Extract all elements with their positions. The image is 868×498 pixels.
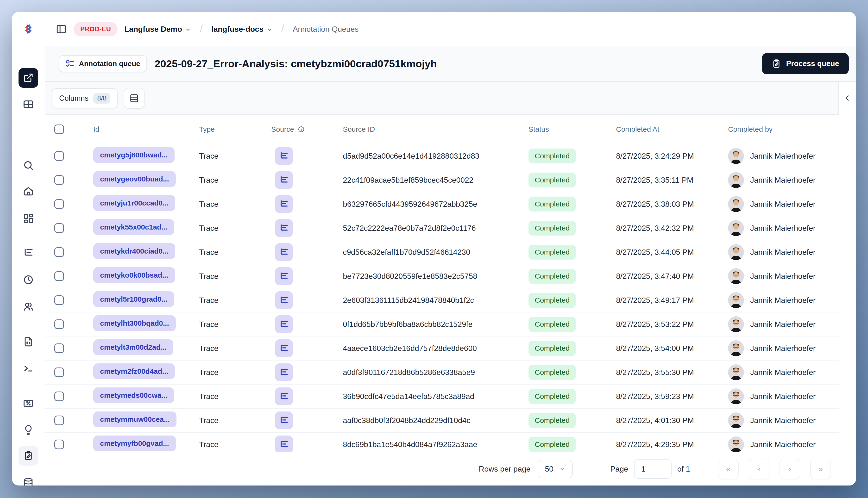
row-checkbox[interactable] (54, 199, 64, 209)
row-height-button[interactable] (124, 88, 144, 109)
row-checkbox[interactable] (54, 223, 64, 233)
item-id-link[interactable]: cmetyg5j800bwad... (93, 147, 174, 163)
item-id-link[interactable]: cmetymyfb00gvad... (93, 435, 176, 451)
source-trace-button[interactable] (275, 267, 293, 285)
table-row[interactable]: cmetym2fz00d4ad... Trace a0df3f901167218… (45, 361, 839, 384)
project-switcher[interactable]: langfuse-docs (211, 25, 273, 34)
table-row[interactable]: cmetyko0k00bsad... Trace be7723e30d80205… (45, 264, 839, 288)
source-trace-button[interactable] (275, 171, 293, 189)
sidebar-item-users[interactable] (23, 301, 34, 312)
table-row[interactable]: cmetykdr400ciad0... Trace c9d56ca32efaff… (45, 240, 839, 264)
source-trace-button[interactable] (275, 411, 293, 429)
collapse-panel-button[interactable] (843, 94, 852, 102)
row-checkbox[interactable] (54, 247, 64, 257)
source-trace-button[interactable] (275, 339, 293, 357)
source-trace-button[interactable] (275, 291, 293, 309)
info-icon[interactable] (297, 126, 305, 133)
right-rail (838, 82, 856, 485)
table-icon (23, 99, 34, 110)
last-page-button[interactable]: » (810, 459, 831, 479)
row-checkbox[interactable] (54, 319, 64, 329)
completed-by-name: Jannik Maierhoefer (750, 296, 816, 305)
row-checkbox[interactable] (54, 296, 64, 305)
sidebar-item-dashboards[interactable] (23, 213, 34, 224)
sidebar-item-sessions[interactable] (23, 274, 34, 285)
row-checkbox[interactable] (54, 440, 64, 449)
source-trace-button[interactable] (275, 435, 293, 453)
source-trace-button[interactable] (275, 363, 293, 381)
item-id-link[interactable]: cmetygeov00buad... (93, 171, 176, 187)
source-trace-button[interactable] (275, 219, 293, 237)
row-checkbox[interactable] (54, 343, 64, 353)
logo-cell (12, 12, 45, 46)
row-checkbox[interactable] (54, 416, 64, 425)
table-row[interactable]: cmetygeov00buad... Trace 22c41f09acae5b1… (45, 168, 839, 192)
breadcrumb-section[interactable]: Annotation Queues (293, 25, 359, 34)
row-checkbox[interactable] (54, 367, 64, 377)
item-id-link[interactable]: cmetymeds00cwa... (93, 388, 174, 403)
source-trace-button[interactable] (275, 195, 293, 213)
open-in-new-button[interactable] (18, 68, 38, 88)
sidebar-item-annotation-queues[interactable] (18, 446, 38, 466)
columns-button[interactable]: Columns 8/8 (52, 88, 118, 108)
item-type: Trace (199, 224, 271, 233)
item-id-link[interactable]: cmetylt3m00d2ad... (93, 339, 173, 355)
next-page-button[interactable]: › (779, 459, 800, 479)
row-checkbox[interactable] (54, 271, 64, 281)
table-row[interactable]: cmetylt3m00d2ad... Trace 4aaece1603cb2e1… (45, 337, 839, 361)
source-trace-button[interactable] (275, 243, 293, 261)
item-id-link[interactable]: cmetylht300bqad0... (93, 315, 176, 331)
select-all-checkbox[interactable] (54, 124, 64, 134)
sidebar-item-insights[interactable] (23, 424, 34, 435)
table-row[interactable]: cmetyju1r00ccad0... Trace b63297665cfd44… (45, 192, 839, 216)
source-trace-button[interactable] (275, 315, 293, 333)
item-id-link[interactable]: cmetymmuw00cea... (93, 411, 177, 427)
item-id-link[interactable]: cmetykdr400ciad0... (93, 243, 175, 259)
prev-page-button[interactable]: ‹ (749, 459, 769, 479)
table-row[interactable]: cmetylht300bqad0... Trace 0f1dd65b7bb9bf… (45, 313, 839, 337)
table-row[interactable]: cmetyk55x00c1ad... Trace 52c72c2222ea78e… (45, 216, 839, 240)
table-row[interactable]: cmetymeds00cwa... Trace 36b90cdfc47e5da1… (45, 384, 839, 409)
table-row[interactable]: cmetymmuw00cea... Trace aaf0c38db0f3f204… (45, 409, 839, 433)
sidebar-item-prompts[interactable] (23, 336, 34, 347)
avatar (728, 389, 744, 404)
item-id-link[interactable]: cmetyk55x00c1ad... (93, 219, 174, 235)
row-checkbox[interactable] (54, 175, 64, 185)
row-checkbox[interactable] (54, 151, 64, 161)
table-row[interactable]: cmetyl5r100grad0... Trace 2e603f31361115… (45, 288, 839, 313)
environment-badge[interactable]: PROD-EU (74, 22, 118, 36)
process-queue-button[interactable]: Process queue (762, 53, 849, 74)
item-id-link[interactable]: cmetyju1r00ccad0... (93, 195, 175, 211)
source-trace-button[interactable] (275, 147, 293, 165)
status-badge: Completed (529, 269, 576, 284)
table-row[interactable]: cmetyg5j800bwad... Trace d5ad9d52a00c6e1… (45, 144, 839, 168)
page-number-input[interactable] (634, 459, 672, 479)
sidebar-item-playground[interactable] (23, 363, 34, 374)
rows-per-page-select[interactable]: 50 (537, 460, 573, 478)
item-id-link[interactable]: cmetyl5r100grad0... (93, 291, 174, 307)
list-tree-icon (279, 175, 289, 185)
sidebar-item-search[interactable] (23, 160, 34, 171)
completed-by-name: Jannik Maierhoefer (750, 368, 816, 377)
main-content: Annotation queue 2025-09-27_Error-Analys… (45, 46, 856, 485)
source-trace-button[interactable] (275, 388, 293, 405)
sidebar-item-datasets[interactable] (23, 477, 34, 485)
first-page-button[interactable]: « (718, 459, 739, 479)
item-id-link[interactable]: cmetym2fz00d4ad... (93, 363, 175, 379)
org-switcher[interactable]: Langfuse Demo (124, 25, 191, 34)
list-todo-icon (65, 59, 75, 68)
status-badge: Completed (529, 197, 576, 211)
item-type: Trace (199, 296, 271, 305)
row-checkbox[interactable] (54, 392, 64, 401)
item-id-link[interactable]: cmetyko0k00bsad... (93, 267, 175, 283)
sidebar-item-home[interactable] (23, 186, 34, 197)
list-tree-icon (279, 151, 289, 161)
sidebar-item-tracing[interactable] (23, 247, 34, 258)
annotation-queue-badge: Annotation queue (59, 55, 147, 72)
list-tree-icon (279, 440, 289, 449)
sidebar-item-evaluation[interactable] (23, 397, 34, 409)
langfuse-logo-icon[interactable] (23, 24, 34, 34)
list-tree-icon (279, 392, 289, 401)
sidebar-toggle-icon[interactable] (56, 24, 67, 35)
sidebar-item-tracing-tables[interactable] (23, 99, 34, 110)
